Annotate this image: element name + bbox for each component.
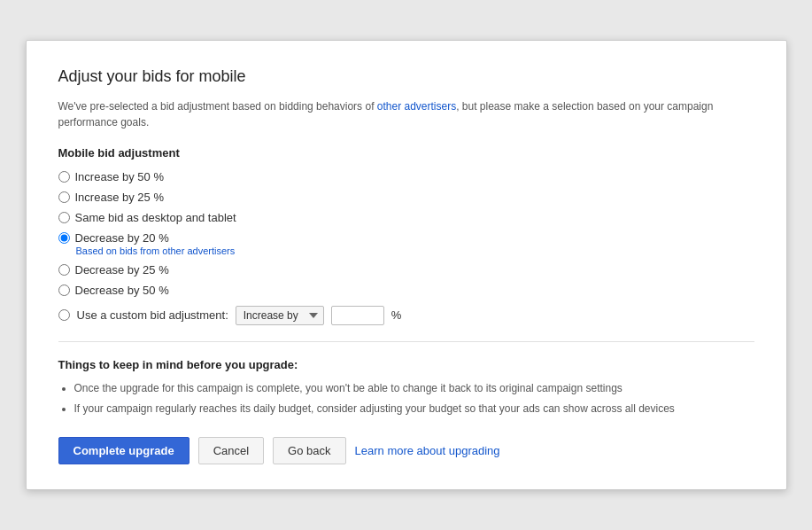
bid-option-5[interactable]: Decrease by 25 % bbox=[58, 263, 754, 277]
keep-in-mind-item-1: Once the upgrade for this campaign is co… bbox=[74, 380, 754, 397]
custom-option-label: Use a custom bid adjustment: bbox=[77, 308, 228, 322]
keep-in-mind-list: Once the upgrade for this campaign is co… bbox=[74, 380, 754, 417]
keep-in-mind-title: Things to keep in mind before you upgrad… bbox=[58, 358, 754, 371]
bid-option-custom[interactable]: Use a custom bid adjustment: Increase by… bbox=[58, 304, 754, 325]
keep-in-mind-item-2: If your campaign regularly reaches its d… bbox=[74, 401, 754, 417]
bid-options: Increase by 50 % Increase by 25 % Same b… bbox=[58, 170, 754, 325]
bid-option-6-label: Decrease by 50 % bbox=[75, 284, 169, 297]
intro-text: We've pre-selected a bid adjustment base… bbox=[58, 98, 754, 130]
bid-option-3[interactable]: Same bid as desktop and tablet bbox=[58, 211, 754, 224]
cancel-button[interactable]: Cancel bbox=[198, 437, 264, 464]
dialog: Adjust your bids for mobile We've pre-se… bbox=[26, 40, 787, 490]
custom-value-input[interactable] bbox=[331, 306, 384, 325]
radio-opt4[interactable] bbox=[58, 232, 70, 244]
dialog-title: Adjust your bids for mobile bbox=[58, 67, 754, 86]
section-divider bbox=[58, 341, 754, 342]
learn-more-link[interactable]: Learn more about upgrading bbox=[355, 444, 500, 457]
intro-part1: We've pre-selected a bid adjustment base… bbox=[58, 100, 377, 113]
bid-option-6[interactable]: Decrease by 50 % bbox=[58, 284, 754, 297]
custom-direction-select[interactable]: Increase by Decrease by bbox=[236, 306, 324, 325]
radio-opt7[interactable] bbox=[58, 309, 70, 321]
other-advertisers-link[interactable]: other advertisers bbox=[377, 100, 456, 113]
bid-option-1-label: Increase by 50 % bbox=[75, 170, 164, 183]
bid-option-3-label: Same bid as desktop and tablet bbox=[75, 211, 236, 224]
bid-option-2-label: Increase by 25 % bbox=[75, 191, 164, 204]
bid-option-4-label: Decrease by 20 % bbox=[75, 231, 169, 245]
radio-opt5[interactable] bbox=[58, 264, 70, 276]
bid-option-2[interactable]: Increase by 25 % bbox=[58, 191, 754, 204]
radio-opt1[interactable] bbox=[58, 171, 70, 183]
go-back-button[interactable]: Go back bbox=[273, 437, 345, 464]
bid-option-4-hint: Based on bids from other advertisers bbox=[76, 246, 754, 256]
radio-opt6[interactable] bbox=[58, 284, 70, 296]
action-row: Complete upgrade Cancel Go back Learn mo… bbox=[58, 437, 754, 464]
bid-option-1[interactable]: Increase by 50 % bbox=[58, 170, 754, 183]
bid-option-4[interactable]: Decrease by 20 % Based on bids from othe… bbox=[58, 231, 754, 256]
mobile-bid-section-title: Mobile bid adjustment bbox=[58, 146, 754, 160]
percent-label: % bbox=[391, 308, 402, 322]
radio-opt3[interactable] bbox=[58, 212, 70, 223]
complete-upgrade-button[interactable]: Complete upgrade bbox=[58, 437, 189, 464]
radio-opt2[interactable] bbox=[58, 191, 70, 203]
bid-option-5-label: Decrease by 25 % bbox=[75, 263, 169, 277]
